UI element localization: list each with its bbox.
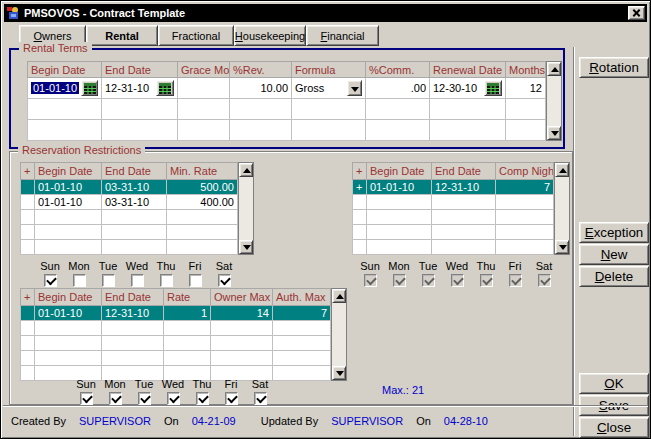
- empty-row: [21, 336, 331, 351]
- tab-financial[interactable]: Financial: [306, 25, 379, 46]
- formula-select-value[interactable]: Gross: [295, 82, 324, 94]
- comp-nights-scrollbar[interactable]: [554, 162, 570, 255]
- updated-by-value: SUPERVISOR: [331, 415, 403, 427]
- min-rate-header: + Begin Date End Date Min. Rate: [21, 163, 238, 180]
- scroll-down-icon[interactable]: [547, 126, 561, 140]
- rental-terms-scrollbar[interactable]: [546, 61, 562, 141]
- created-on-value: 04-21-09: [192, 415, 236, 427]
- scroll-down-icon[interactable]: [239, 240, 253, 254]
- min-rate-row[interactable]: 01-01-10 03-31-10 400.00: [21, 195, 238, 210]
- exception-button[interactable]: Exception: [579, 222, 649, 243]
- created-by-value: SUPERVISOR: [79, 415, 151, 427]
- wed-checkbox[interactable]: [131, 274, 144, 287]
- scroll-down-icon[interactable]: [555, 240, 569, 254]
- rental-terms-empty-row: [28, 99, 546, 120]
- grace-months-field[interactable]: [178, 78, 230, 99]
- empty-row: [21, 321, 331, 336]
- window-title: PMSOVOS - Contract Template: [24, 7, 185, 19]
- owner-max-row-selected[interactable]: 01-01-10 12-31-10 1 14 7: [21, 306, 331, 321]
- scroll-down-icon[interactable]: [332, 366, 346, 380]
- day-thu: Thu: [154, 260, 178, 287]
- mon-checkbox: [393, 274, 406, 287]
- tab-rental[interactable]: Rental: [86, 25, 158, 46]
- tab-housekeeping[interactable]: Housekeeping: [234, 25, 306, 46]
- sun-checkbox: [364, 274, 377, 287]
- status-bar: Created By SUPERVISOR On 04-21-09 Update…: [3, 405, 648, 436]
- fri-checkbox[interactable]: [189, 274, 202, 287]
- col-rev-pct: %Rev.: [230, 62, 292, 78]
- comp-nights-row-selected[interactable]: + 01-01-10 12-31-10 7: [353, 180, 554, 195]
- comm-pct-field[interactable]: .00: [366, 78, 430, 99]
- day-thu: Thu: [190, 378, 214, 405]
- col-min-rate: Min. Rate: [167, 163, 238, 180]
- begin-date-cell: 01-01-10: [28, 78, 102, 99]
- col-comm-pct: %Comm.: [366, 62, 430, 78]
- day-fri: Fri: [183, 260, 207, 287]
- wed-checkbox: [451, 274, 464, 287]
- thu-checkbox: [480, 274, 493, 287]
- day-tue: Tue: [132, 378, 156, 405]
- thu-checkbox[interactable]: [196, 392, 209, 405]
- scroll-up-icon[interactable]: [332, 289, 346, 303]
- owner-max-header: + Begin Date End Date Rate Owner Max Aut…: [21, 289, 331, 306]
- col-plus: +: [353, 163, 367, 180]
- months-field[interactable]: 12: [506, 78, 546, 99]
- sat-checkbox[interactable]: [218, 274, 231, 287]
- scroll-up-icon[interactable]: [547, 62, 561, 76]
- renewal-date-cell: 12-30-10: [430, 78, 506, 99]
- owner-max-scrollbar[interactable]: [331, 288, 347, 381]
- rental-terms-empty-row: [28, 120, 546, 141]
- col-plus: +: [21, 289, 35, 306]
- day-sat: Sat: [212, 260, 236, 287]
- day-tue: Tue: [416, 260, 440, 287]
- col-begin-date: Begin Date: [35, 289, 102, 306]
- day-wed: Wed: [445, 260, 469, 287]
- sun-checkbox[interactable]: [80, 392, 93, 405]
- renewal-date-field[interactable]: 12-30-10: [433, 82, 477, 94]
- end-date-calendar-icon[interactable]: [156, 80, 174, 96]
- scroll-up-icon[interactable]: [239, 163, 253, 177]
- fri-checkbox[interactable]: [225, 392, 238, 405]
- end-date-cell: 12-31-10: [102, 78, 178, 99]
- owner-max-days: Sun Mon Tue Wed Thu Fri Sat: [74, 378, 272, 405]
- begin-date-field[interactable]: 01-01-10: [31, 82, 79, 94]
- tue-checkbox[interactable]: [102, 274, 115, 287]
- col-auth-max: Auth. Max: [273, 289, 331, 306]
- empty-row: [21, 210, 238, 225]
- thu-checkbox[interactable]: [160, 274, 173, 287]
- mon-checkbox[interactable]: [73, 274, 86, 287]
- day-sun: Sun: [74, 378, 98, 405]
- ok-button[interactable]: OK: [579, 373, 649, 394]
- sat-checkbox[interactable]: [254, 392, 267, 405]
- day-sat: Sat: [248, 378, 272, 405]
- empty-row: [21, 240, 238, 255]
- formula-dropdown-icon[interactable]: [347, 80, 362, 96]
- rental-terms-table: Begin Date End Date Grace Months %Rev. F…: [27, 61, 562, 141]
- mon-checkbox[interactable]: [109, 392, 122, 405]
- rev-pct-field[interactable]: 10.00: [230, 78, 292, 99]
- tue-checkbox[interactable]: [138, 392, 151, 405]
- title-bar: PMSOVOS - Contract Template: [4, 4, 647, 22]
- end-date-field[interactable]: 12-31-10: [105, 82, 149, 94]
- col-end-date: End Date: [102, 289, 164, 306]
- rental-terms-header: Begin Date End Date Grace Months %Rev. F…: [28, 62, 546, 78]
- rotation-button[interactable]: Rotation: [579, 57, 649, 78]
- delete-button[interactable]: Delete: [579, 266, 649, 287]
- day-thu: Thu: [474, 260, 498, 287]
- begin-date-calendar-icon[interactable]: [81, 80, 98, 96]
- close-icon[interactable]: [628, 6, 645, 20]
- tab-fractional[interactable]: Fractional: [158, 25, 234, 46]
- min-rate-row-selected[interactable]: 01-01-10 03-31-10 500.00: [21, 180, 238, 195]
- col-grace-months: Grace Months: [178, 62, 230, 78]
- wed-checkbox[interactable]: [167, 392, 180, 405]
- sun-checkbox[interactable]: [44, 274, 57, 287]
- scroll-up-icon[interactable]: [555, 163, 569, 177]
- min-rate-scrollbar[interactable]: [238, 162, 254, 255]
- renewal-date-calendar-icon[interactable]: [484, 80, 502, 96]
- col-comp-nights: Comp Nights: [496, 163, 554, 180]
- comp-nights-table: + Begin Date End Date Comp Nights + 01-0…: [352, 162, 570, 255]
- empty-row: [353, 225, 554, 240]
- tue-checkbox: [422, 274, 435, 287]
- new-button[interactable]: New: [579, 244, 649, 265]
- col-months: Months: [506, 62, 546, 78]
